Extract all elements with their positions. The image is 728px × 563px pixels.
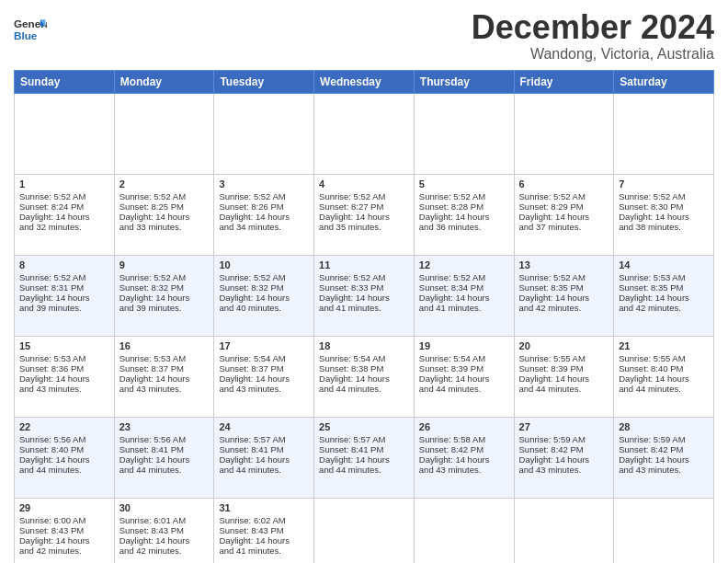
- sunset-text: Sunset: 8:24 PM: [19, 201, 84, 212]
- daylight-minutes-text: and 32 minutes.: [19, 222, 82, 232]
- table-row: 10Sunrise: 5:52 AMSunset: 8:32 PMDayligh…: [214, 255, 314, 336]
- day-number: 24: [219, 421, 309, 432]
- daylight-minutes-text: and 42 minutes.: [519, 303, 582, 313]
- day-number: 27: [519, 421, 609, 432]
- daylight-text: Daylight: 14 hours: [619, 373, 689, 384]
- sunset-text: Sunset: 8:32 PM: [219, 282, 283, 293]
- sunrise-text: Sunrise: 5:54 AM: [319, 353, 385, 363]
- sunrise-text: Sunrise: 5:54 AM: [419, 353, 485, 363]
- daylight-text: Daylight: 14 hours: [319, 454, 390, 465]
- daylight-text: Daylight: 14 hours: [219, 293, 290, 303]
- day-number: 25: [319, 421, 409, 432]
- table-row: 31Sunrise: 6:02 AMSunset: 8:43 PMDayligh…: [214, 498, 314, 563]
- sunset-text: Sunset: 8:42 PM: [619, 444, 683, 454]
- header-monday: Monday: [114, 70, 214, 93]
- table-row: [414, 93, 514, 174]
- table-row: 8Sunrise: 5:52 AMSunset: 8:31 PMDaylight…: [15, 255, 115, 336]
- sunrise-text: Sunrise: 5:56 AM: [19, 434, 85, 444]
- daylight-text: Daylight: 14 hours: [519, 212, 590, 222]
- daylight-minutes-text: and 44 minutes.: [319, 465, 381, 475]
- sunset-text: Sunset: 8:42 PM: [419, 444, 483, 454]
- table-row: 25Sunrise: 5:57 AMSunset: 8:41 PMDayligh…: [314, 417, 415, 498]
- sunrise-text: Sunrise: 5:53 AM: [19, 353, 85, 363]
- daylight-minutes-text: and 44 minutes.: [519, 384, 582, 394]
- day-number: 30: [119, 502, 210, 513]
- daylight-minutes-text: and 39 minutes.: [19, 303, 82, 313]
- daylight-minutes-text: and 44 minutes.: [419, 384, 482, 394]
- table-row: 29Sunrise: 6:00 AMSunset: 8:43 PMDayligh…: [15, 498, 115, 563]
- daylight-text: Daylight: 14 hours: [119, 293, 190, 303]
- day-number: 31: [219, 502, 309, 513]
- day-number: 8: [19, 259, 109, 270]
- day-number: 29: [19, 502, 109, 513]
- table-row: 3Sunrise: 5:52 AMSunset: 8:26 PMDaylight…: [214, 174, 314, 255]
- table-row: 12Sunrise: 5:52 AMSunset: 8:34 PMDayligh…: [414, 255, 514, 336]
- sunrise-text: Sunrise: 5:54 AM: [219, 353, 285, 363]
- sunrise-text: Sunrise: 5:52 AM: [19, 272, 85, 282]
- sunrise-text: Sunrise: 5:52 AM: [619, 191, 685, 201]
- sunrise-text: Sunrise: 5:56 AM: [119, 434, 186, 444]
- table-row: 27Sunrise: 5:59 AMSunset: 8:42 PMDayligh…: [514, 417, 614, 498]
- day-number: 19: [419, 340, 509, 351]
- sunset-text: Sunset: 8:28 PM: [419, 201, 483, 212]
- main-container: General Blue December 2024 Wandong, Vict…: [0, 0, 728, 563]
- sunset-text: Sunset: 8:27 PM: [319, 201, 383, 212]
- sunset-text: Sunset: 8:38 PM: [319, 363, 383, 373]
- days-header-row: Sunday Monday Tuesday Wednesday Thursday…: [15, 70, 714, 93]
- daylight-text: Daylight: 14 hours: [519, 373, 590, 384]
- table-row: 6Sunrise: 5:52 AMSunset: 8:29 PMDaylight…: [514, 174, 614, 255]
- daylight-text: Daylight: 14 hours: [619, 212, 689, 222]
- daylight-text: Daylight: 14 hours: [19, 373, 90, 384]
- daylight-minutes-text: and 43 minutes.: [219, 384, 281, 394]
- daylight-text: Daylight: 14 hours: [519, 293, 590, 303]
- day-number: 5: [419, 178, 509, 190]
- table-row: 13Sunrise: 5:52 AMSunset: 8:35 PMDayligh…: [514, 255, 614, 336]
- sunset-text: Sunset: 8:41 PM: [119, 444, 184, 454]
- header-sunday: Sunday: [15, 70, 115, 93]
- sunset-text: Sunset: 8:31 PM: [19, 282, 84, 293]
- table-row: [314, 93, 415, 174]
- sunrise-text: Sunrise: 6:01 AM: [119, 515, 186, 525]
- sunrise-text: Sunrise: 5:55 AM: [519, 353, 586, 363]
- sunrise-text: Sunrise: 5:52 AM: [219, 191, 285, 201]
- daylight-text: Daylight: 14 hours: [19, 535, 90, 546]
- sunrise-text: Sunrise: 5:52 AM: [419, 191, 485, 201]
- sunset-text: Sunset: 8:25 PM: [119, 201, 184, 212]
- table-row: [15, 93, 115, 174]
- header-friday: Friday: [514, 70, 614, 93]
- daylight-text: Daylight: 14 hours: [219, 454, 290, 465]
- table-row: 28Sunrise: 5:59 AMSunset: 8:42 PMDayligh…: [614, 417, 714, 498]
- sunset-text: Sunset: 8:26 PM: [219, 201, 283, 212]
- logo: General Blue: [14, 13, 51, 46]
- sunrise-text: Sunrise: 5:59 AM: [519, 434, 586, 444]
- daylight-text: Daylight: 14 hours: [119, 212, 190, 222]
- title-block: December 2024 Wandong, Victoria, Austral…: [472, 9, 714, 63]
- daylight-text: Daylight: 14 hours: [119, 535, 190, 546]
- table-row: 5Sunrise: 5:52 AMSunset: 8:28 PMDaylight…: [414, 174, 514, 255]
- day-number: 13: [519, 259, 609, 270]
- header-thursday: Thursday: [414, 70, 514, 93]
- header-tuesday: Tuesday: [214, 70, 314, 93]
- sunrise-text: Sunrise: 5:59 AM: [619, 434, 685, 444]
- sunrise-text: Sunrise: 6:00 AM: [19, 515, 85, 525]
- daylight-text: Daylight: 14 hours: [219, 535, 290, 546]
- table-row: [314, 498, 415, 563]
- daylight-minutes-text: and 41 minutes.: [219, 546, 281, 556]
- sunset-text: Sunset: 8:34 PM: [419, 282, 483, 293]
- daylight-minutes-text: and 43 minutes.: [419, 465, 482, 475]
- daylight-minutes-text: and 40 minutes.: [219, 303, 281, 313]
- sunrise-text: Sunrise: 5:52 AM: [219, 272, 285, 282]
- sunset-text: Sunset: 8:30 PM: [619, 201, 683, 212]
- daylight-minutes-text: and 43 minutes.: [119, 384, 182, 394]
- sunrise-text: Sunrise: 5:52 AM: [419, 272, 485, 282]
- sunrise-text: Sunrise: 5:52 AM: [119, 272, 186, 282]
- daylight-text: Daylight: 14 hours: [419, 454, 490, 465]
- daylight-text: Daylight: 14 hours: [19, 454, 90, 465]
- daylight-minutes-text: and 44 minutes.: [319, 384, 381, 394]
- sunset-text: Sunset: 8:35 PM: [519, 282, 584, 293]
- table-row: 16Sunrise: 5:53 AMSunset: 8:37 PMDayligh…: [114, 336, 214, 417]
- table-row: 17Sunrise: 5:54 AMSunset: 8:37 PMDayligh…: [214, 336, 314, 417]
- daylight-text: Daylight: 14 hours: [319, 293, 390, 303]
- sunrise-text: Sunrise: 5:58 AM: [419, 434, 485, 444]
- header-wednesday: Wednesday: [314, 70, 415, 93]
